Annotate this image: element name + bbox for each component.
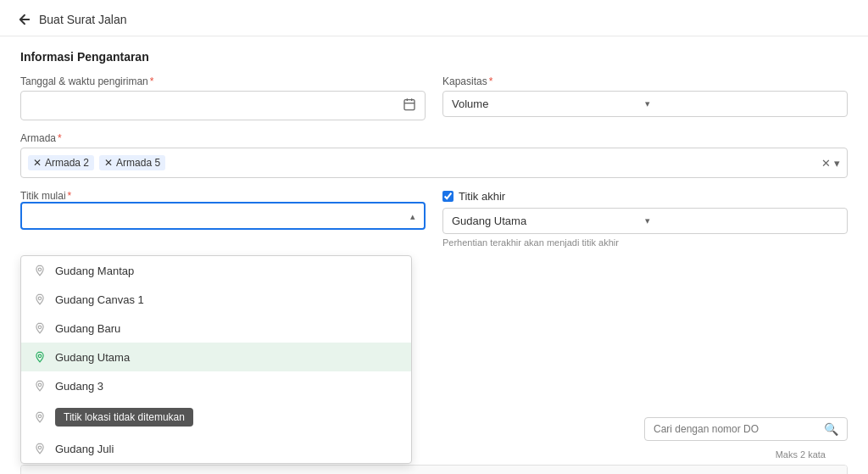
- location-pin-icon: [33, 321, 47, 335]
- date-label: Tanggal & waktu pengiriman*: [20, 75, 426, 87]
- dropdown-item-3[interactable]: Gudang Utama: [21, 343, 411, 371]
- section-title: Informasi Pengantaran: [20, 50, 848, 64]
- end-point-checkbox[interactable]: [442, 191, 453, 202]
- col-alamat: Alamat: [492, 466, 674, 474]
- do-table: Prioritas Tanggal DO Nomor DO Pelanggan …: [20, 465, 848, 474]
- dropdown-item-label-6: Gudang Juli: [55, 443, 114, 455]
- col-tanggal: Tanggal DO: [121, 466, 214, 474]
- search-icon[interactable]: 🔍: [824, 422, 838, 436]
- tooltip-badge: Titik lokasi tidak ditemukan: [55, 408, 193, 427]
- chevron-down-icon: ▾: [834, 157, 840, 170]
- start-point-group: Titik mulai* Gudang Utama ▴: [20, 190, 426, 248]
- dropdown-item-0[interactable]: Gudang Mantap: [21, 256, 411, 285]
- dropdown-item-5[interactable]: Titik lokasi tidak ditemukan: [21, 400, 411, 434]
- end-point-checkbox-row: Titik akhir: [442, 190, 848, 203]
- content-area: Informasi Pengantaran Tanggal & waktu pe…: [0, 36, 868, 474]
- start-point-input[interactable]: Gudang Utama: [22, 204, 424, 228]
- date-input-wrapper[interactable]: 15 September 2022 | 16:46: [20, 91, 426, 120]
- fleet-label: Armada*: [20, 132, 848, 144]
- col-volume: Volume: [770, 466, 847, 474]
- svg-point-8: [38, 383, 42, 387]
- svg-point-6: [38, 326, 42, 329]
- page-title: Buat Surat Jalan: [39, 13, 127, 26]
- end-point-group: Titik akhir Gudang Utama ▾ Perhentian te…: [442, 190, 848, 248]
- capacity-value: Volume: [452, 98, 645, 110]
- chevron-down-icon: ▾: [645, 98, 838, 109]
- fleet-tag-0: ✕ Armada 2: [28, 155, 94, 170]
- dropdown-item-4[interactable]: Gudang 3: [21, 371, 411, 400]
- svg-point-5: [38, 297, 42, 300]
- col-checkbox: [21, 466, 49, 474]
- col-nomor-do: Nomor DO: [214, 466, 309, 474]
- end-point-value: Gudang Utama: [452, 215, 645, 227]
- search-box: 🔍: [644, 417, 848, 441]
- svg-rect-0: [404, 100, 415, 110]
- dropdown-item-label-3: Gudang Utama: [55, 351, 130, 364]
- fleet-tags-input[interactable]: ✕ Armada 2 ✕ Armada 5 ✕ ▾: [20, 148, 848, 178]
- col-pelanggan: Pelanggan: [309, 466, 492, 474]
- svg-point-7: [38, 354, 42, 358]
- location-pin-icon: [33, 379, 47, 393]
- table: Prioritas Tanggal DO Nomor DO Pelanggan …: [21, 466, 847, 474]
- end-point-select[interactable]: Gudang Utama ▾: [442, 208, 848, 234]
- end-point-note: Perhentian terakhir akan menjadi titik a…: [442, 237, 848, 248]
- search-input[interactable]: [654, 423, 819, 435]
- capacity-select[interactable]: Volume ▾: [442, 91, 848, 117]
- form-row-date-capacity: Tanggal & waktu pengiriman* 15 September…: [20, 75, 848, 120]
- location-pin-icon: [33, 410, 47, 424]
- start-point-input-wrapper[interactable]: Gudang Utama ▴: [20, 202, 426, 230]
- capacity-label: Kapasitas*: [442, 75, 848, 87]
- svg-point-9: [38, 415, 42, 418]
- date-input[interactable]: 15 September 2022 | 16:46: [30, 99, 396, 112]
- location-pin-icon: [33, 442, 47, 455]
- form-row-points: Titik mulai* Gudang Utama ▴ Titik akhir …: [20, 190, 848, 248]
- chevron-down-icon: ▾: [645, 215, 838, 226]
- fleet-group: Armada* ✕ Armada 2 ✕ Armada 5 ✕ ▾: [20, 132, 848, 178]
- dropdown-item-label-2: Gudang Baru: [55, 322, 120, 335]
- capacity-group: Kapasitas* Volume ▾: [442, 75, 848, 117]
- col-prioritas: Prioritas: [49, 466, 121, 474]
- col-jam-buka: Jam Buka: [674, 466, 770, 474]
- page-container: Buat Surat Jalan Informasi Pengantaran T…: [0, 0, 868, 474]
- dropdown-item-2[interactable]: Gudang Baru: [21, 314, 411, 343]
- location-pin-icon: [33, 350, 47, 364]
- dropdown-item-label-4: Gudang 3: [55, 380, 103, 393]
- date-group: Tanggal & waktu pengiriman* 15 September…: [20, 75, 426, 120]
- dropdown-item-1[interactable]: Gudang Canvas 1: [21, 285, 411, 314]
- clear-icon[interactable]: ✕: [821, 157, 831, 170]
- svg-point-10: [38, 446, 42, 449]
- calendar-icon[interactable]: [403, 98, 416, 114]
- dropdown-item-label-0: Gudang Mantap: [55, 265, 134, 277]
- start-point-label: Titik mulai*: [20, 190, 426, 202]
- location-pin-icon: [33, 264, 47, 277]
- dropdown-item-6[interactable]: Gudang Juli: [21, 434, 411, 463]
- header: Buat Surat Jalan: [0, 0, 868, 36]
- location-pin-icon: [33, 293, 47, 306]
- svg-point-4: [38, 268, 42, 271]
- end-point-label: Titik akhir: [459, 190, 505, 203]
- location-dropdown: Gudang Mantap Gudang Canvas 1 Gudang Bar…: [20, 255, 412, 464]
- form-row-fleet: Armada* ✕ Armada 2 ✕ Armada 5 ✕ ▾: [20, 132, 848, 178]
- back-button[interactable]: Buat Surat Jalan: [17, 12, 127, 27]
- dropdown-item-label-1: Gudang Canvas 1: [55, 293, 144, 306]
- fleet-tag-1: ✕ Armada 5: [99, 155, 165, 170]
- table-header-row: Prioritas Tanggal DO Nomor DO Pelanggan …: [21, 466, 847, 474]
